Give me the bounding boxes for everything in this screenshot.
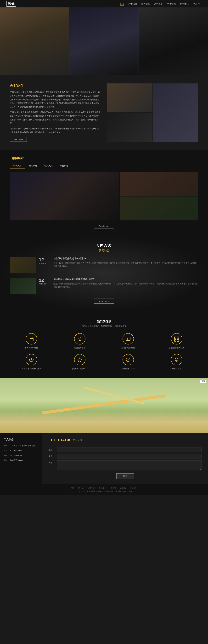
feedback-arrow: ——→ bbox=[82, 438, 201, 442]
feedback-submit-btn[interactable]: 提交 bbox=[116, 474, 134, 479]
footer-link-home[interactable]: 首页 bbox=[71, 487, 75, 489]
footer-link-news[interactable]: 新闻动态 bbox=[88, 487, 96, 489]
nav-item-home[interactable]: 首页 bbox=[120, 2, 124, 5]
news-read-more-container: read more bbox=[10, 298, 198, 304]
svg-rect-8 bbox=[174, 337, 176, 339]
adv-item-2: 顶级装修水平 bbox=[58, 333, 102, 349]
footer-link-about[interactable]: 关于我们 bbox=[78, 487, 85, 489]
adv-icon-4 bbox=[171, 333, 182, 344]
case-read-more-container: Read more bbox=[10, 224, 198, 229]
news-month-1: 2018-09 bbox=[39, 262, 46, 264]
nav-links: 首页 关于我们 新闻动态 案例展示 一名设施 设计团队 联系我们 bbox=[120, 2, 201, 5]
about-img-2 bbox=[153, 84, 198, 142]
adv-label-5: 性价比超高的报价方案 bbox=[22, 367, 41, 370]
feedback-content-row: 内容 bbox=[49, 460, 201, 470]
feedback-phone-label: 电话 bbox=[49, 454, 55, 458]
nav-link-about[interactable]: 关于我们 bbox=[128, 2, 137, 5]
nav-link-case[interactable]: 案例展示 bbox=[154, 2, 163, 5]
feedback-area: FEEDBACK 意见反馈 ——→ 姓名 电话 内容 提交 bbox=[42, 433, 208, 484]
hero-img-1 bbox=[0, 8, 69, 75]
case-read-more-btn[interactable]: Read more bbox=[94, 224, 114, 229]
contact-phone: 电话： 4006-555-888 bbox=[4, 449, 38, 452]
feedback-name-label: 姓名 bbox=[49, 448, 55, 452]
about-body2: A/B装修网站凭借领先的技术优势、成熟的产品体系、完善的售后服务体系，以专业的互… bbox=[10, 110, 101, 125]
case-main-image bbox=[10, 172, 119, 220]
svg-rect-11 bbox=[177, 340, 179, 342]
hero-img-2 bbox=[69, 8, 139, 75]
footer-links: 首页 关于我们 新闻动态 案例展示 一名设施 设计团队 联系我们 bbox=[7, 487, 201, 489]
case-side-img-1 bbox=[120, 172, 198, 196]
adv-icon-7 bbox=[123, 354, 134, 365]
advantages-section: 我们的优势 为大众节省装修费用，提供优质服务，我选幸福之家 国内优秀设计师 bbox=[0, 312, 208, 378]
svg-rect-9 bbox=[177, 337, 179, 339]
news-section: NEWS 新闻动态 12 2018-09 精装网站需要什么 你需知道这些 这是一… bbox=[0, 235, 208, 312]
case-section: 案例展示 现代风格 欧式风格 中式风格 阳台风格 Read more bbox=[0, 150, 208, 235]
nav-item-case[interactable]: 案例展示 bbox=[154, 2, 163, 5]
nav-item-about[interactable]: 关于我们 bbox=[128, 2, 137, 5]
adv-icon-3 bbox=[123, 333, 134, 344]
footer-link-case[interactable]: 案例展示 bbox=[99, 487, 106, 489]
nav-link-team[interactable]: 设计团队 bbox=[180, 2, 188, 5]
feedback-name-input[interactable] bbox=[57, 448, 201, 452]
case-tabs: 现代风格 欧式风格 中式风格 阳台风格 bbox=[10, 163, 198, 169]
about-body3: 我们始终坚信，每一位客户都值得得到最好的服务。我们的团队拥有多年的行业经验，致力… bbox=[10, 127, 101, 134]
feedback-title-cn: 意见反馈 bbox=[73, 438, 82, 442]
nav-link-contact[interactable]: 联系我们 bbox=[193, 2, 201, 5]
contact-phone-label: 电话： bbox=[4, 450, 9, 452]
case-tab-european[interactable]: 欧式风格 bbox=[25, 163, 41, 169]
footer-link-team[interactable]: 设计团队 bbox=[119, 487, 127, 489]
case-section-title: 案例展示 bbox=[10, 156, 198, 160]
news-read-more-btn[interactable]: read more bbox=[94, 298, 114, 304]
svg-line-14 bbox=[31, 360, 33, 360]
adv-icon-6 bbox=[74, 354, 85, 365]
footer-link-contact[interactable]: 联系我们 bbox=[130, 487, 137, 489]
feedback-phone-input[interactable] bbox=[57, 454, 201, 458]
case-tab-modern[interactable]: 现代风格 bbox=[10, 163, 25, 169]
nav-item-facility[interactable]: 一名设施 bbox=[167, 2, 176, 5]
advantages-header: 我们的优势 为大众节省装修费用，提供优质服务，我选幸福之家 bbox=[10, 320, 198, 327]
nav-link-home[interactable]: 首页 bbox=[120, 2, 124, 6]
news-thumb-2 bbox=[10, 278, 36, 294]
news-header: NEWS 新闻动态 bbox=[10, 243, 198, 252]
news-day-2: 12 bbox=[39, 278, 50, 283]
feedback-phone-row: 电话 bbox=[49, 454, 201, 458]
feedback-form: 姓名 电话 内容 提交 bbox=[49, 448, 201, 479]
contact-email-label: 邮箱： bbox=[4, 459, 9, 461]
map-label-north: 北湖 bbox=[200, 380, 206, 383]
contact-mobile-value: 13548000008 bbox=[10, 454, 22, 456]
adv-item-8: 一条龙服务 bbox=[155, 354, 198, 370]
nav-item-news[interactable]: 新闻动态 bbox=[141, 2, 150, 5]
adv-label-3: 完善的售后店铺 bbox=[121, 346, 135, 349]
case-tab-chinese[interactable]: 中式风格 bbox=[41, 163, 56, 169]
about-read-more-btn[interactable]: Read more bbox=[10, 137, 27, 142]
hero-images bbox=[0, 8, 208, 75]
news-title-1: 精装网站需要什么 你需知道这些 bbox=[53, 257, 198, 260]
nav-item-team[interactable]: 设计团队 bbox=[180, 2, 188, 5]
feedback-content-textarea[interactable] bbox=[57, 460, 201, 470]
navbar: 装修 首页 关于我们 新闻动态 案例展示 一名设施 设计团队 联系我们 bbox=[0, 0, 208, 8]
case-tab-balcony[interactable]: 阳台风格 bbox=[56, 163, 72, 169]
adv-label-4: 多次翻新设计方案 bbox=[169, 346, 184, 349]
adv-item-4: 多次翻新设计方案 bbox=[155, 333, 198, 349]
footer: 首页 关于我们 新闻动态 案例展示 一名设施 设计团队 联系我们 Copyrig… bbox=[0, 484, 208, 495]
svg-rect-10 bbox=[174, 340, 176, 342]
adv-icon-1 bbox=[26, 333, 37, 344]
footer-link-facility[interactable]: 一名设施 bbox=[109, 487, 116, 489]
adv-item-7: 完美的施工团队 bbox=[107, 354, 150, 370]
news-day-1: 12 bbox=[39, 257, 50, 262]
news-desc-1: 这是一段关于精装网站建设的新闻内容描述，讲述了精装网站建设的相关要点和注意事项，… bbox=[53, 261, 198, 268]
map-section: 北湖 bbox=[0, 378, 208, 433]
adv-label-2: 顶级装修水平 bbox=[74, 346, 86, 349]
contact-mobile-label: 手机： bbox=[4, 454, 9, 456]
contact-address-label: 地址： bbox=[4, 444, 9, 446]
nav-item-contact[interactable]: 联系我们 bbox=[193, 2, 201, 5]
adv-item-5: 性价比超高的报价方案 bbox=[10, 354, 53, 370]
nav-link-news[interactable]: 新闻动态 bbox=[141, 2, 150, 5]
site-logo: 装修 bbox=[7, 1, 16, 7]
nav-link-facility[interactable]: 一名设施 bbox=[167, 2, 176, 5]
adv-icon-2 bbox=[74, 333, 85, 344]
contact-info-title: 工人装修 bbox=[4, 438, 38, 441]
svg-point-4 bbox=[79, 337, 81, 339]
adv-label-6: 优质环保装饰材料 bbox=[72, 367, 88, 370]
about-section: 关于我们 A/B装修网站一家专业从事企业管理咨询、互联网运营整合服务的公司，主要… bbox=[0, 75, 208, 150]
